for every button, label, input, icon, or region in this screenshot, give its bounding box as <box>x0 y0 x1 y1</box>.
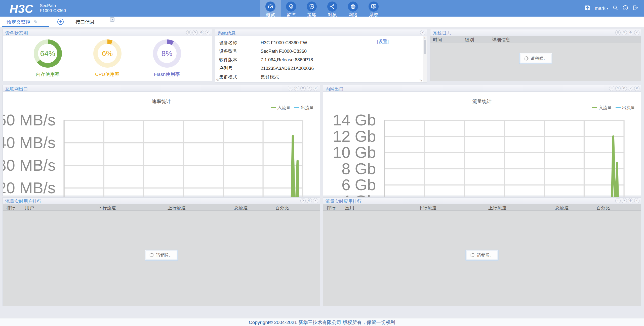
legend-item-outbound[interactable]: 出流量 <box>616 105 635 111</box>
edit-pencil-icon[interactable]: ✎ <box>34 20 37 25</box>
refresh-icon[interactable]: ⟳ <box>622 198 627 203</box>
gauge-value: 6% <box>102 49 113 58</box>
gear-icon[interactable]: ⚙ <box>199 30 204 35</box>
info-label: 集群模式 <box>219 73 237 81</box>
panel-header: 内网出口 ☰ ⟳ ⚙ ✕ <box>323 85 641 92</box>
close-icon[interactable]: ✕ <box>313 198 318 203</box>
scroll-up-icon[interactable]: ▲ <box>424 36 426 39</box>
column-header-total: 总流速 <box>234 205 248 211</box>
info-row-software-version: 软件版本 7.1.064,Release 8860P18 <box>215 56 427 64</box>
product-name: SecPath F1000-C8360 <box>40 3 66 13</box>
panel-user-ranking: 流量实时用户排行 ⟳ ⚙ ✕ 排行 用户 下行流速 上行流速 总流速 百分比 请… <box>3 197 320 306</box>
scrollbar[interactable]: ▲ <box>423 36 427 82</box>
list-icon[interactable]: ☰ <box>288 86 293 91</box>
legend-item-outbound[interactable]: 出流量 <box>294 105 314 111</box>
svg-text:8 Gb: 8 Gb <box>342 160 376 177</box>
gear-icon[interactable]: ⚙ <box>300 86 306 91</box>
close-icon[interactable]: ✕ <box>313 86 318 91</box>
tab-label: 预定义监控 <box>7 19 30 25</box>
nav-item-overview[interactable]: 概览 <box>260 0 281 17</box>
memory-usage-gauge: 64% 内存使用率 <box>34 39 62 78</box>
scrollbar-thumb[interactable] <box>424 40 426 54</box>
loading-text: 请稍候。 <box>477 252 494 258</box>
nav-item-network[interactable]: 网络 <box>343 0 363 17</box>
panel-body: 时间 级别 详细信息 请稍候。 <box>430 36 641 81</box>
info-value: 集群模式 <box>261 73 279 81</box>
add-tab-button[interactable]: + <box>57 19 64 25</box>
main-nav: 概览 监控 策略 对象 <box>260 0 384 17</box>
loading-indicator: 请稍候。 <box>145 250 178 260</box>
gauge-icon <box>265 2 275 12</box>
system-monitor-icon <box>369 2 379 12</box>
panel-system-info: 系统信息 ✕ [设置] 设备名称 H3C F1000-C8360-FW 设备型号… <box>215 29 427 83</box>
close-icon[interactable]: ✕ <box>420 30 425 35</box>
column-header-total: 总流速 <box>555 205 569 211</box>
panel-title: 互联网出口 <box>5 86 28 92</box>
refresh-icon[interactable]: ⟳ <box>622 30 627 35</box>
nav-item-system[interactable]: 系统 <box>363 0 384 17</box>
panel-title: 内网出口 <box>326 86 344 92</box>
logout-icon[interactable] <box>632 5 638 12</box>
edit-pencil-icon[interactable]: ✎ <box>216 78 219 82</box>
help-icon[interactable]: ? <box>622 5 628 12</box>
info-value: SecPath F1000-C8360 <box>261 47 307 56</box>
column-header-percent: 百分比 <box>275 205 289 211</box>
gauge-value: 64% <box>40 49 55 58</box>
chart-legend: 入流量 出流量 <box>271 105 314 111</box>
column-header-download: 下行流速 <box>98 205 116 211</box>
gear-icon[interactable]: ⚙ <box>628 30 633 35</box>
panel-body: 64% 内存使用率 6% CPU使用率 8% Flash使用率 <box>3 36 212 81</box>
product-line1: SecPath <box>40 3 66 8</box>
svg-text:30 MB/s: 30 MB/s <box>3 156 56 174</box>
panel-header: 设备状态图 ☰ ⟳ ⚙ ✕ <box>3 29 212 36</box>
nav-item-policy[interactable]: 策略 <box>301 0 322 17</box>
list-icon[interactable]: ☰ <box>609 86 614 91</box>
user-menu[interactable]: mark ▾ <box>595 6 608 11</box>
header-actions: mark ▾ ? <box>585 0 638 17</box>
spinner-icon <box>470 253 475 257</box>
info-label: 序列号 <box>219 64 233 73</box>
tab-interface-info[interactable]: 接口信息 <box>75 19 95 25</box>
cpu-usage-gauge: 6% CPU使用率 <box>93 39 122 78</box>
expand-icon[interactable] <box>628 86 633 91</box>
gear-icon[interactable]: ⚙ <box>307 198 312 203</box>
gear-icon[interactable]: ⚙ <box>622 86 627 91</box>
save-icon[interactable] <box>585 5 591 12</box>
close-tab-icon[interactable]: ✕ <box>110 17 114 22</box>
nav-item-objects[interactable]: 对象 <box>322 0 343 17</box>
webcam-icon <box>286 2 296 12</box>
svg-text:6 Gb: 6 Gb <box>342 176 376 194</box>
close-icon[interactable]: ✕ <box>634 30 639 35</box>
refresh-icon[interactable]: ⟳ <box>300 198 306 203</box>
refresh-icon[interactable]: ⟳ <box>615 86 621 91</box>
panel-internet-exit: 互联网出口 ☰ ⟳ ⚙ ✕ 速率统计 入流量 出流量 50 MB/s40 MB/… <box>3 85 320 196</box>
list-icon[interactable]: ☰ <box>615 30 621 35</box>
product-line2: F1000-C8360 <box>40 8 66 13</box>
active-tab-underline <box>2 26 49 27</box>
close-icon[interactable]: ✕ <box>634 86 639 91</box>
globe-icon <box>348 2 358 12</box>
expand-icon[interactable] <box>307 86 312 91</box>
column-header-upload: 上行流速 <box>488 205 506 211</box>
legend-item-inbound[interactable]: 入流量 <box>271 105 290 111</box>
refresh-icon[interactable]: ⟳ <box>192 30 198 35</box>
tab-predefined-monitor[interactable]: 预定义监控 ✎ <box>2 17 41 26</box>
list-icon[interactable]: ☰ <box>186 30 191 35</box>
legend-item-inbound[interactable]: 入流量 <box>592 105 612 111</box>
legend-swatch <box>271 107 276 108</box>
refresh-icon[interactable]: ⟳ <box>294 86 299 91</box>
caret-down-icon: ▾ <box>607 7 608 10</box>
panel-body: 流量统计 入流量 出流量 14 Gb12 Gb10 Gb8 Gb6 Gb4 Gb… <box>323 92 641 196</box>
info-value: H3C F1000-C8360-FW <box>261 38 307 47</box>
close-icon[interactable]: ✕ <box>205 30 210 35</box>
panel-header: 系统日志 ☰ ⟳ ⚙ ✕ <box>430 29 641 36</box>
search-icon[interactable] <box>612 5 618 12</box>
gear-icon[interactable]: ⚙ <box>628 198 633 203</box>
panel-header: 流量实时应用排行 ▲ ⟳ ⚙ ✕ <box>323 198 641 204</box>
close-icon[interactable]: ✕ <box>634 198 639 203</box>
nav-item-monitor[interactable]: 监控 <box>281 0 301 17</box>
loading-indicator: 请稍候。 <box>466 250 499 260</box>
legend-label: 出流量 <box>622 105 635 111</box>
resize-handle-icon[interactable]: ↘ <box>419 78 422 82</box>
collapse-icon[interactable]: ▲ <box>615 198 621 203</box>
